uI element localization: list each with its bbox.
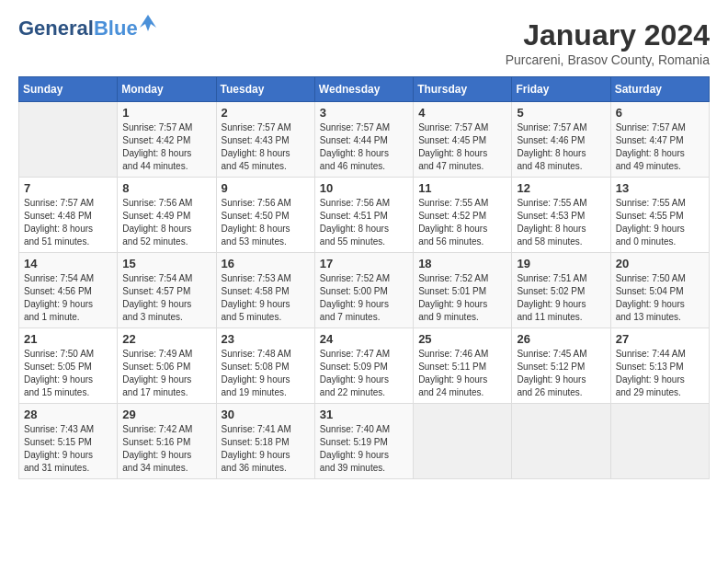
page-header: GeneralBlue January 2024 Purcareni, Bras… xyxy=(18,18,710,67)
day-info: Sunrise: 7:47 AM Sunset: 5:09 PM Dayligh… xyxy=(320,348,408,399)
column-header-tuesday: Tuesday xyxy=(216,77,314,102)
day-number: 16 xyxy=(222,257,310,270)
day-info: Sunrise: 7:40 AM Sunset: 5:19 PM Dayligh… xyxy=(320,423,408,475)
day-number: 30 xyxy=(222,408,310,421)
day-info: Sunrise: 7:46 AM Sunset: 5:11 PM Dayligh… xyxy=(418,348,506,399)
calendar-cell: 22Sunrise: 7:49 AM Sunset: 5:06 PM Dayli… xyxy=(118,328,216,404)
calendar-cell: 6Sunrise: 7:57 AM Sunset: 4:47 PM Daylig… xyxy=(610,102,709,178)
calendar-cell: 24Sunrise: 7:47 AM Sunset: 5:09 PM Dayli… xyxy=(314,328,413,404)
day-number: 1 xyxy=(122,106,210,120)
day-number: 24 xyxy=(320,332,408,346)
day-number: 9 xyxy=(222,181,310,195)
day-info: Sunrise: 7:41 AM Sunset: 5:18 PM Dayligh… xyxy=(222,423,310,475)
day-info: Sunrise: 7:52 AM Sunset: 5:00 PM Dayligh… xyxy=(320,272,408,324)
day-info: Sunrise: 7:57 AM Sunset: 4:47 PM Dayligh… xyxy=(616,121,704,173)
column-header-sunday: Sunday xyxy=(19,77,118,102)
calendar-cell: 13Sunrise: 7:55 AM Sunset: 4:55 PM Dayli… xyxy=(610,178,709,253)
calendar-cell: 19Sunrise: 7:51 AM Sunset: 5:02 PM Dayli… xyxy=(512,253,610,328)
calendar-cell: 8Sunrise: 7:56 AM Sunset: 4:49 PM Daylig… xyxy=(118,178,216,253)
day-number: 21 xyxy=(24,332,112,346)
day-number: 18 xyxy=(418,257,506,270)
calendar-cell: 9Sunrise: 7:56 AM Sunset: 4:50 PM Daylig… xyxy=(216,178,314,253)
calendar-cell: 7Sunrise: 7:57 AM Sunset: 4:48 PM Daylig… xyxy=(19,178,118,253)
calendar-cell: 28Sunrise: 7:43 AM Sunset: 5:15 PM Dayli… xyxy=(19,404,118,479)
day-number: 19 xyxy=(517,257,605,270)
day-number: 23 xyxy=(222,332,310,346)
day-info: Sunrise: 7:56 AM Sunset: 4:49 PM Dayligh… xyxy=(122,197,210,248)
logo-bird-icon xyxy=(140,15,156,33)
calendar-cell: 20Sunrise: 7:50 AM Sunset: 5:04 PM Dayli… xyxy=(610,253,709,328)
day-number: 10 xyxy=(320,181,408,195)
calendar-cell: 17Sunrise: 7:52 AM Sunset: 5:00 PM Dayli… xyxy=(314,253,413,328)
calendar-cell: 3Sunrise: 7:57 AM Sunset: 4:44 PM Daylig… xyxy=(314,102,413,178)
day-info: Sunrise: 7:54 AM Sunset: 4:57 PM Dayligh… xyxy=(122,272,210,324)
day-number: 2 xyxy=(222,106,310,120)
calendar-cell: 30Sunrise: 7:41 AM Sunset: 5:18 PM Dayli… xyxy=(216,404,314,479)
calendar-cell: 25Sunrise: 7:46 AM Sunset: 5:11 PM Dayli… xyxy=(414,328,512,404)
day-info: Sunrise: 7:43 AM Sunset: 5:15 PM Dayligh… xyxy=(24,423,112,475)
day-number: 26 xyxy=(517,332,605,346)
title-area: January 2024 Purcareni, Brasov County, R… xyxy=(506,18,710,67)
day-info: Sunrise: 7:56 AM Sunset: 4:50 PM Dayligh… xyxy=(222,197,310,248)
day-number: 6 xyxy=(616,106,704,120)
calendar-cell xyxy=(610,404,709,479)
day-info: Sunrise: 7:57 AM Sunset: 4:43 PM Dayligh… xyxy=(222,121,310,173)
calendar-cell xyxy=(512,404,610,479)
day-info: Sunrise: 7:57 AM Sunset: 4:46 PM Dayligh… xyxy=(517,121,605,173)
calendar-cell: 15Sunrise: 7:54 AM Sunset: 4:57 PM Dayli… xyxy=(118,253,216,328)
day-number: 13 xyxy=(616,181,704,195)
calendar-cell: 26Sunrise: 7:45 AM Sunset: 5:12 PM Dayli… xyxy=(512,328,610,404)
logo-text: GeneralBlue xyxy=(18,18,138,39)
day-info: Sunrise: 7:48 AM Sunset: 5:08 PM Dayligh… xyxy=(222,348,310,399)
column-header-friday: Friday xyxy=(512,77,610,102)
calendar-week-5: 28Sunrise: 7:43 AM Sunset: 5:15 PM Dayli… xyxy=(19,404,710,479)
day-number: 8 xyxy=(122,181,210,195)
calendar-cell: 23Sunrise: 7:48 AM Sunset: 5:08 PM Dayli… xyxy=(216,328,314,404)
calendar-week-1: 1Sunrise: 7:57 AM Sunset: 4:42 PM Daylig… xyxy=(19,102,710,178)
day-number: 15 xyxy=(122,257,210,270)
calendar-cell: 16Sunrise: 7:53 AM Sunset: 4:58 PM Dayli… xyxy=(216,253,314,328)
column-header-monday: Monday xyxy=(118,77,216,102)
calendar-week-4: 21Sunrise: 7:50 AM Sunset: 5:05 PM Dayli… xyxy=(19,328,710,404)
day-info: Sunrise: 7:57 AM Sunset: 4:45 PM Dayligh… xyxy=(418,121,506,173)
day-number: 11 xyxy=(418,181,506,195)
day-info: Sunrise: 7:51 AM Sunset: 5:02 PM Dayligh… xyxy=(517,272,605,324)
day-info: Sunrise: 7:57 AM Sunset: 4:42 PM Dayligh… xyxy=(122,121,210,173)
day-number: 29 xyxy=(122,408,210,421)
day-number: 22 xyxy=(122,332,210,346)
day-number: 4 xyxy=(418,106,506,120)
day-number: 31 xyxy=(320,408,408,421)
day-info: Sunrise: 7:50 AM Sunset: 5:04 PM Dayligh… xyxy=(616,272,704,324)
day-info: Sunrise: 7:56 AM Sunset: 4:51 PM Dayligh… xyxy=(320,197,408,248)
day-number: 3 xyxy=(320,106,408,120)
day-info: Sunrise: 7:52 AM Sunset: 5:01 PM Dayligh… xyxy=(418,272,506,324)
day-info: Sunrise: 7:55 AM Sunset: 4:53 PM Dayligh… xyxy=(517,197,605,248)
day-number: 28 xyxy=(24,408,112,421)
day-number: 7 xyxy=(24,181,112,195)
day-number: 5 xyxy=(517,106,605,120)
calendar-cell: 5Sunrise: 7:57 AM Sunset: 4:46 PM Daylig… xyxy=(512,102,610,178)
day-info: Sunrise: 7:49 AM Sunset: 5:06 PM Dayligh… xyxy=(122,348,210,399)
column-header-wednesday: Wednesday xyxy=(314,77,413,102)
day-info: Sunrise: 7:42 AM Sunset: 5:16 PM Dayligh… xyxy=(122,423,210,475)
calendar-week-3: 14Sunrise: 7:54 AM Sunset: 4:56 PM Dayli… xyxy=(19,253,710,328)
day-info: Sunrise: 7:54 AM Sunset: 4:56 PM Dayligh… xyxy=(24,272,112,324)
location-subtitle: Purcareni, Brasov County, Romania xyxy=(506,52,710,67)
day-info: Sunrise: 7:57 AM Sunset: 4:48 PM Dayligh… xyxy=(24,197,112,248)
calendar-cell: 21Sunrise: 7:50 AM Sunset: 5:05 PM Dayli… xyxy=(19,328,118,404)
calendar-cell: 10Sunrise: 7:56 AM Sunset: 4:51 PM Dayli… xyxy=(314,178,413,253)
calendar-week-2: 7Sunrise: 7:57 AM Sunset: 4:48 PM Daylig… xyxy=(19,178,710,253)
day-number: 14 xyxy=(24,257,112,270)
calendar-cell xyxy=(414,404,512,479)
calendar-cell: 27Sunrise: 7:44 AM Sunset: 5:13 PM Dayli… xyxy=(610,328,709,404)
month-year-title: January 2024 xyxy=(506,18,710,52)
calendar-cell: 2Sunrise: 7:57 AM Sunset: 4:43 PM Daylig… xyxy=(216,102,314,178)
day-number: 27 xyxy=(616,332,704,346)
calendar-table: SundayMondayTuesdayWednesdayThursdayFrid… xyxy=(18,76,710,479)
column-header-saturday: Saturday xyxy=(610,77,709,102)
day-info: Sunrise: 7:44 AM Sunset: 5:13 PM Dayligh… xyxy=(616,348,704,399)
calendar-cell: 1Sunrise: 7:57 AM Sunset: 4:42 PM Daylig… xyxy=(118,102,216,178)
day-number: 20 xyxy=(616,257,704,270)
calendar-cell: 12Sunrise: 7:55 AM Sunset: 4:53 PM Dayli… xyxy=(512,178,610,253)
day-number: 12 xyxy=(517,181,605,195)
